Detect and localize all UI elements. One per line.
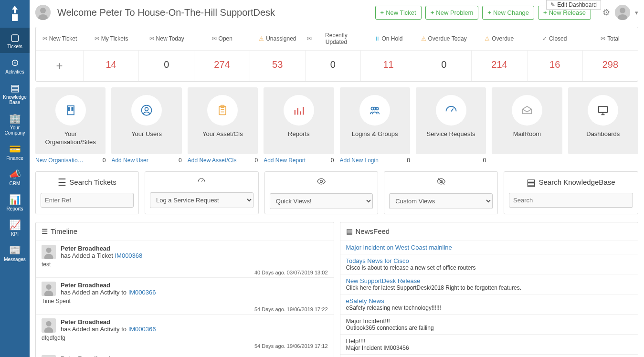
ticket-ref-input[interactable] (41, 193, 134, 208)
tile-reports[interactable]: Reports (264, 87, 334, 154)
tile-service-requests[interactable]: Service Requests (416, 87, 486, 154)
tile-count: 0 (483, 157, 486, 164)
svg-line-30 (201, 180, 203, 182)
card-icon: 💳 (9, 143, 21, 155)
quick-views-card: Quick Views! (264, 171, 379, 214)
newsfeed-body[interactable]: Major Incident on West Coast mainline To… (340, 241, 638, 357)
stats-header[interactable]: ✉My Tickets (84, 27, 139, 51)
sidebar-item-reports[interactable]: 📊 Reports (0, 190, 30, 215)
stats-value[interactable]: 298 (583, 51, 638, 81)
app-logo (5, 4, 24, 23)
svg-point-14 (145, 107, 148, 111)
stats-header[interactable]: ⏸On Hold (360, 27, 416, 51)
log-service-select[interactable]: Log a Service Request (150, 192, 253, 208)
tile-label: Your Asset/CIs (202, 130, 243, 138)
tile-assets[interactable]: Your Asset/CIs (188, 87, 258, 154)
stats-value[interactable]: 274 (194, 51, 250, 81)
timeline-body[interactable]: Peter Broadhead has Added a Ticket IM000… (36, 241, 334, 357)
tile-link[interactable]: Add New Report (264, 157, 306, 164)
envelope-icon: ✉ (212, 35, 217, 42)
gear-icon[interactable]: ⚙ (602, 7, 610, 18)
sidebar-item-crm[interactable]: 📣 CRM (0, 165, 30, 190)
sidebar-item-tickets[interactable]: ▢ Tickets (0, 28, 30, 53)
news-link[interactable]: Major Incident on West Coast mainline (346, 244, 633, 251)
stats-value[interactable]: 0 (306, 51, 361, 81)
book-icon: ▤ (527, 177, 536, 188)
quick-views-select[interactable]: Quick Views! (270, 193, 373, 209)
stats-header[interactable]: ✉New Ticket (36, 27, 84, 51)
timeline-body-text: Time Spent (42, 298, 328, 304)
news-link[interactable]: eSafety News (346, 297, 633, 304)
sidebar-item-finance[interactable]: 💳 Finance (0, 139, 30, 165)
tile-link[interactable]: Add New User (111, 157, 148, 164)
stats-header[interactable]: ⚠Unassigned (250, 27, 305, 51)
stats-value[interactable]: 53 (250, 51, 306, 81)
stats-header[interactable]: ✉Total (582, 27, 638, 51)
tile-count: 0 (254, 157, 258, 164)
svg-point-4 (620, 8, 625, 13)
tile-link[interactable]: New Organisatio… (35, 157, 84, 164)
timeline-user: Peter Broadhead (61, 282, 156, 289)
svg-rect-43 (42, 355, 56, 357)
plus-icon: + (543, 9, 547, 16)
stats-header[interactable]: ✉Recently Updated (305, 27, 360, 51)
svg-rect-11 (68, 110, 69, 111)
timeline-timestamp: 54 Days ago. 19/06/2019 17:12 (42, 343, 328, 349)
warning-icon: ⚠ (485, 35, 490, 42)
stats-header[interactable]: ⚠Overdue (472, 27, 527, 51)
envelope-icon: ✉ (95, 35, 99, 42)
add-ticket-plus[interactable]: + (36, 51, 84, 81)
tile-organisation[interactable]: Your Organisation/Sites (35, 87, 106, 154)
tile-link[interactable]: Add New Asset/CIs (188, 157, 237, 164)
sidebar-item-messages[interactable]: 📰 Messages (0, 241, 30, 266)
stats-table: ✉New Ticket ✉My Tickets ✉New Today ✉Open… (35, 27, 638, 82)
stats-value[interactable]: 11 (361, 51, 416, 81)
plus-icon: + (487, 9, 491, 16)
stats-value[interactable]: 16 (528, 51, 583, 81)
sidebar-item-activities[interactable]: ⊙ Activities (0, 53, 30, 78)
plus-icon: + (431, 9, 434, 16)
search-kb-card: ▤Search KnowledgeBase (504, 171, 638, 214)
stats-header[interactable]: ⚠Overdue Today (416, 27, 472, 51)
pencil-icon: ✎ (550, 1, 555, 8)
edit-dashboard-button[interactable]: ✎ Edit Dashboard (546, 0, 601, 10)
stats-value[interactable]: 214 (472, 51, 527, 81)
svg-point-25 (373, 107, 376, 110)
stats-value[interactable]: 0 (416, 51, 472, 81)
chevron-down-icon[interactable]: ▾ (635, 9, 638, 16)
tile-dashboards[interactable]: Dashboards (568, 87, 638, 154)
sidebar-item-kpi[interactable]: 📈 KPI (0, 215, 30, 241)
timeline-user: Peter Broadhead (61, 355, 156, 357)
user-menu-avatar[interactable] (615, 5, 630, 20)
stats-header[interactable]: ✉Open (194, 27, 250, 51)
kb-search-input[interactable] (509, 193, 633, 208)
svg-rect-27 (599, 106, 608, 113)
timeline-ref-link[interactable]: IM000368 (115, 252, 142, 259)
tile-label: Dashboards (586, 130, 620, 138)
svg-point-35 (46, 247, 51, 252)
tile-link[interactable]: Add New Login (340, 157, 379, 164)
stats-value[interactable]: 0 (139, 51, 194, 81)
news-link[interactable]: New SupportDesk Release (346, 277, 633, 284)
svg-rect-9 (68, 107, 69, 108)
newsfeed-panel: ▤NewsFeed Major Incident on West Coast m… (340, 222, 639, 357)
custom-views-select[interactable]: Custom Views (389, 193, 493, 209)
tile-logins-groups[interactable]: Logins & Groups (340, 87, 410, 154)
activities-icon: ⊙ (11, 57, 19, 68)
timeline-body-text: test (42, 261, 328, 268)
news-link[interactable]: Todays News for Cisco (346, 257, 633, 264)
stats-value[interactable]: 14 (84, 51, 139, 81)
timeline-ref-link[interactable]: IM000366 (128, 289, 156, 296)
envelope-icon: ✉ (307, 35, 312, 42)
tile-users[interactable]: Your Users (111, 87, 181, 154)
timeline-body-text: dfgdfgdfg (42, 335, 328, 341)
timeline-ref-link[interactable]: IM000366 (128, 326, 156, 333)
sidebar-item-your-company[interactable]: 🏢 Your Company (0, 109, 30, 139)
new-problem-button[interactable]: +New Problem (425, 6, 479, 20)
stats-header[interactable]: ✉New Today (139, 27, 194, 51)
stats-header[interactable]: ✓Closed (527, 27, 582, 51)
new-ticket-button[interactable]: +New Ticket (375, 6, 422, 20)
tile-mailroom[interactable]: MailRoom (492, 87, 562, 154)
new-change-button[interactable]: +New Change (482, 6, 534, 20)
sidebar-item-knowledge-base[interactable]: ▤ Knowledge Base (0, 78, 30, 109)
